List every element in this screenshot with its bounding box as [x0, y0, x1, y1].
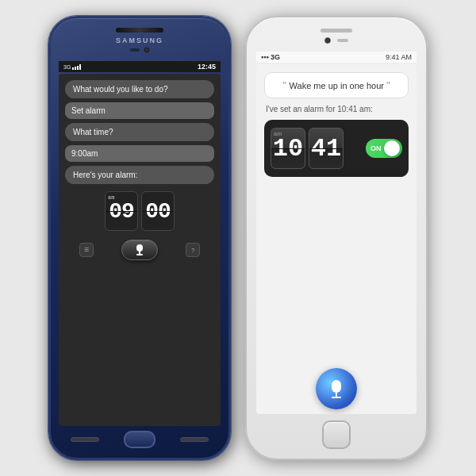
samsung-top-bar: SAMSUNG [59, 28, 221, 56]
ios-minute-digit: 41 [309, 128, 344, 169]
samsung-home-area [59, 426, 221, 450]
samsung-status-icons: 3G [63, 63, 81, 70]
android-alarm-clock: am 09 00 [105, 191, 175, 231]
network-icon: 3G [63, 64, 71, 70]
siri-icon[interactable] [316, 368, 357, 409]
siri-response-text: I've set an alarm for 10:41 am: [264, 105, 409, 113]
response-bubble-1: Set alarm [65, 102, 214, 119]
android-hour-0: am 09 [105, 191, 138, 231]
samsung-home-nav[interactable] [124, 431, 155, 448]
iphone-screen: " Wake me up in one hour " I've set an a… [256, 64, 416, 414]
siri-microphone-icon [332, 380, 341, 398]
iphone-home-area [256, 414, 416, 451]
response-bubble-2: 9:00am [65, 145, 214, 162]
iphone-time: 9:41 AM [386, 53, 412, 61]
android-minute-0: 00 [141, 191, 175, 231]
iphone-status-bar: ▪▪▪ 3G 9:41 AM [256, 52, 416, 63]
samsung-brand-label: SAMSUNG [116, 36, 163, 44]
iphone-signal-label: ▪▪▪ 3G [261, 53, 280, 61]
menu-icon: ☰ [84, 247, 89, 253]
signal-icon: ▪▪▪ [261, 53, 271, 61]
iphone-home-button[interactable] [322, 420, 351, 449]
samsung-back-button[interactable]: ? [186, 243, 200, 257]
samsung-status-bar: 3G 12:45 [59, 61, 221, 72]
samsung-back-nav[interactable] [71, 437, 99, 442]
samsung-camera-row [130, 47, 150, 53]
siri-query-text: Wake me up in one hour [290, 81, 384, 90]
samsung-bottom-controls: ☰ ? [65, 235, 214, 265]
back-icon: ? [191, 248, 194, 253]
toggle-on-label: ON [370, 144, 382, 152]
close-quote-icon: " [386, 79, 390, 91]
iphone-camera-row [324, 37, 348, 44]
samsung-sensor [130, 48, 140, 52]
iphone-top [256, 29, 416, 47]
ios-alarm-clock: am 10 41 ON [264, 120, 409, 177]
prompt-bubble-2: What time? [65, 123, 214, 141]
iphone-speaker-grill [321, 29, 352, 33]
samsung-phone: SAMSUNG 3G 12:45 What would you like to … [48, 16, 231, 460]
iphone: ▪▪▪ 3G 9:41 AM " Wake me up in one hour … [245, 16, 428, 460]
iphone-proximity-sensor [337, 39, 348, 42]
ios-alarm-toggle[interactable]: ON [366, 139, 402, 158]
android-mic-button[interactable] [121, 240, 158, 260]
samsung-recent-nav[interactable] [180, 437, 209, 442]
samsung-screen: What would you like to do? Set alarm Wha… [59, 74, 221, 426]
signal-strength-icon [72, 63, 81, 70]
siri-icon-area [264, 183, 409, 409]
iphone-camera [324, 37, 331, 44]
toggle-thumb [384, 140, 400, 156]
open-quote-icon: " [282, 79, 289, 91]
samsung-time: 12:45 [198, 63, 216, 71]
prompt-bubble-1: What would you like to do? [65, 80, 214, 98]
samsung-speaker-grill [116, 28, 163, 33]
ios-clock-digits: am 10 41 [271, 128, 344, 169]
microphone-icon [136, 244, 144, 255]
samsung-camera [144, 47, 150, 53]
ios-hour-digit: am 10 [271, 128, 305, 169]
prompt-bubble-3: Here's your alarm: [65, 166, 214, 184]
samsung-menu-button[interactable]: ☰ [79, 243, 94, 257]
siri-query-bubble: " Wake me up in one hour " [264, 72, 409, 98]
